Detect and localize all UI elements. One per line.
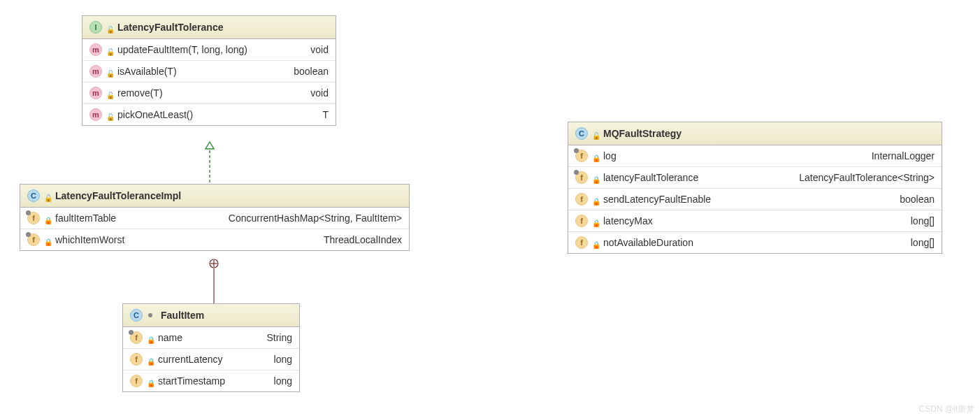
public-icon bbox=[44, 192, 51, 200]
field-type: LatencyFaultTolerance<String> bbox=[799, 172, 935, 183]
class-latency-fault-tolerance-impl[interactable]: C LatencyFaultToleranceImpl f faultItemT… bbox=[20, 184, 410, 251]
class-icon: C bbox=[130, 309, 143, 322]
field-name: whichItemWorst bbox=[55, 234, 124, 245]
class-fault-item[interactable]: C FaultItem f name String f currentLaten… bbox=[122, 303, 300, 392]
field-row: f log InternalLogger bbox=[568, 145, 942, 167]
private-icon bbox=[592, 195, 599, 203]
field-icon: f bbox=[575, 236, 588, 249]
field-type: String bbox=[266, 332, 292, 343]
method-row: m isAvailable(T) boolean bbox=[82, 61, 336, 82]
svg-marker-1 bbox=[206, 142, 214, 149]
field-name: notAvailableDuration bbox=[603, 237, 693, 248]
class-icon: C bbox=[575, 127, 588, 140]
watermark: CSDN @it噩梦 bbox=[918, 403, 974, 415]
field-type: long bbox=[274, 354, 292, 365]
class-name: LatencyFaultToleranceImpl bbox=[55, 190, 181, 201]
interface-icon: I bbox=[89, 21, 102, 34]
public-icon bbox=[106, 45, 113, 54]
field-row: f faultItemTable ConcurrentHashMap<Strin… bbox=[20, 208, 409, 229]
method-icon: m bbox=[89, 65, 102, 78]
field-name: latencyMax bbox=[603, 215, 653, 226]
field-name: faultItemTable bbox=[55, 212, 116, 224]
field-name: latencyFaultTolerance bbox=[603, 172, 698, 183]
field-type: boolean bbox=[900, 194, 935, 205]
private-icon bbox=[592, 152, 599, 160]
field-row: f startTimestamp long bbox=[123, 370, 299, 391]
method-icon: m bbox=[89, 108, 102, 121]
private-icon bbox=[147, 355, 154, 363]
method-name: updateFaultItem(T, long, long) bbox=[117, 44, 247, 55]
field-icon: f bbox=[575, 150, 588, 162]
svg-point-3 bbox=[210, 259, 218, 268]
field-name: currentLatency bbox=[158, 354, 223, 365]
field-icon: f bbox=[27, 212, 40, 224]
realization-arrow bbox=[209, 142, 210, 182]
method-type: void bbox=[310, 44, 329, 55]
field-type: long[] bbox=[911, 215, 935, 226]
field-type: long bbox=[274, 375, 292, 387]
field-type: long[] bbox=[911, 237, 935, 248]
class-latency-fault-tolerance[interactable]: I LatencyFaultTolerance m updateFaultIte… bbox=[82, 15, 336, 126]
method-name: isAvailable(T) bbox=[117, 66, 177, 77]
field-type: ConcurrentHashMap<String, FaultItem> bbox=[229, 212, 402, 224]
class-mq-fault-strategy[interactable]: C MQFaultStrategy f log InternalLogger f… bbox=[568, 122, 942, 254]
field-name: name bbox=[158, 332, 182, 343]
private-icon bbox=[44, 214, 51, 222]
class-header: I LatencyFaultTolerance bbox=[82, 16, 336, 39]
private-icon bbox=[592, 238, 599, 247]
field-icon: f bbox=[27, 233, 40, 246]
field-row: f currentLatency long bbox=[123, 349, 299, 370]
private-icon bbox=[147, 377, 154, 385]
method-type: T bbox=[322, 109, 329, 120]
class-icon: C bbox=[27, 189, 40, 202]
class-name: LatencyFaultTolerance bbox=[117, 22, 223, 33]
field-row: f name String bbox=[123, 327, 299, 349]
method-row: m pickOneAtLeast() T bbox=[82, 104, 336, 125]
field-icon: f bbox=[575, 171, 588, 184]
class-name: MQFaultStrategy bbox=[603, 128, 682, 139]
field-row: f sendLatencyFaultEnable boolean bbox=[568, 189, 942, 210]
method-name: pickOneAtLeast() bbox=[117, 109, 193, 120]
private-icon bbox=[44, 236, 51, 244]
field-icon: f bbox=[130, 375, 143, 387]
public-icon bbox=[106, 23, 113, 31]
class-header: C MQFaultStrategy bbox=[568, 122, 942, 145]
private-icon bbox=[147, 333, 154, 342]
method-icon: m bbox=[89, 87, 102, 99]
public-icon bbox=[106, 67, 113, 75]
public-icon bbox=[106, 89, 113, 97]
private-icon bbox=[592, 173, 599, 182]
method-name: remove(T) bbox=[117, 87, 163, 99]
field-icon: f bbox=[130, 331, 143, 344]
field-icon: f bbox=[130, 353, 143, 366]
method-row: m updateFaultItem(T, long, long) void bbox=[82, 39, 336, 61]
field-name: startTimestamp bbox=[158, 375, 225, 387]
class-header: C LatencyFaultToleranceImpl bbox=[20, 185, 409, 208]
field-type: InternalLogger bbox=[872, 150, 935, 161]
method-type: boolean bbox=[294, 66, 329, 77]
nested-indicator-icon bbox=[148, 313, 152, 317]
method-icon: m bbox=[89, 43, 102, 56]
class-header: C FaultItem bbox=[123, 304, 299, 327]
field-row: f latencyMax long[] bbox=[568, 210, 942, 232]
field-row: f whichItemWorst ThreadLocalIndex bbox=[20, 229, 409, 250]
method-row: m remove(T) void bbox=[82, 82, 336, 104]
field-type: ThreadLocalIndex bbox=[324, 234, 402, 245]
class-name: FaultItem bbox=[161, 310, 204, 321]
public-icon bbox=[592, 129, 599, 138]
field-row: f notAvailableDuration long[] bbox=[568, 232, 942, 253]
private-icon bbox=[592, 217, 599, 225]
field-row: f latencyFaultTolerance LatencyFaultTole… bbox=[568, 167, 942, 189]
nested-connector bbox=[209, 259, 219, 303]
field-name: log bbox=[603, 150, 617, 161]
method-type: void bbox=[310, 87, 329, 99]
public-icon bbox=[106, 110, 113, 119]
field-icon: f bbox=[575, 193, 588, 206]
field-icon: f bbox=[575, 215, 588, 227]
field-name: sendLatencyFaultEnable bbox=[603, 194, 711, 205]
